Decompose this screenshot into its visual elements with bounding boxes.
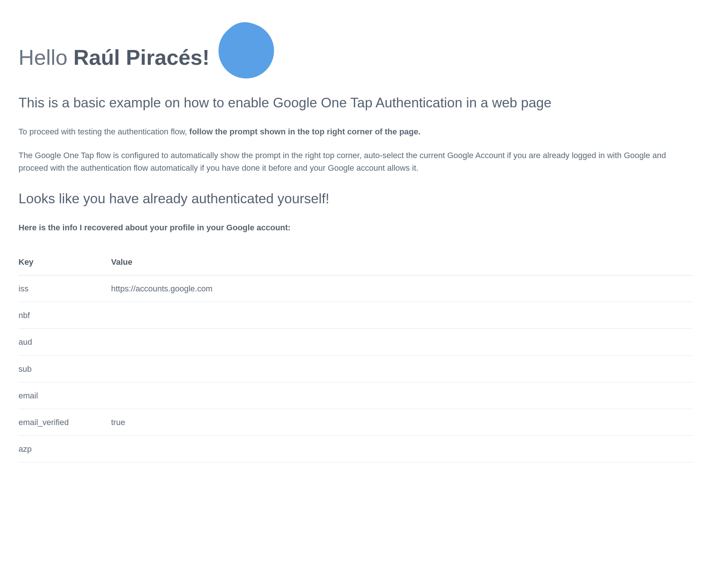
table-row: nbf [19,302,692,329]
table-cell-key: iss [19,275,111,302]
table-cell-key: sub [19,355,111,382]
greeting-name: Raúl Piracés! [73,45,210,69]
table-row: email [19,382,692,409]
auth-heading: Looks like you have already authenticate… [19,188,692,210]
profile-intro: Here is the info I recovered about your … [19,221,692,234]
table-header-value: Value [111,249,692,275]
table-cell-value [111,302,692,329]
table-cell-value [111,355,692,382]
table-cell-key: aud [19,329,111,355]
table-row: email_verifiedtrue [19,409,692,435]
table-row: azp [19,436,692,462]
instruction-prefix: To proceed with testing the authenticati… [19,127,189,136]
table-cell-value: https://accounts.google.com [111,275,692,302]
page-title: Hello Raúl Piracés! [19,46,210,69]
table-cell-key: email [19,382,111,409]
instruction-bold: follow the prompt shown in the top right… [189,127,421,136]
table-cell-value: true [111,409,692,435]
table-header-row: Key Value [19,249,692,275]
table-header-key: Key [19,249,111,275]
table-cell-key: email_verified [19,409,111,435]
description-text: The Google One Tap flow is configured to… [19,149,692,174]
table-cell-key: azp [19,436,111,462]
table-cell-value [111,329,692,355]
table-cell-value [111,436,692,462]
subtitle: This is a basic example on how to enable… [19,92,692,114]
table-row: aud [19,329,692,355]
table-row: isshttps://accounts.google.com [19,275,692,302]
table-row: sub [19,355,692,382]
avatar [218,23,274,78]
table-cell-value [111,382,692,409]
instruction-text: To proceed with testing the authenticati… [19,126,692,138]
page-header: Hello Raúl Piracés! [19,36,692,78]
greeting-prefix: Hello [19,45,73,69]
table-cell-key: nbf [19,302,111,329]
profile-table: Key Value isshttps://accounts.google.com… [19,249,692,463]
